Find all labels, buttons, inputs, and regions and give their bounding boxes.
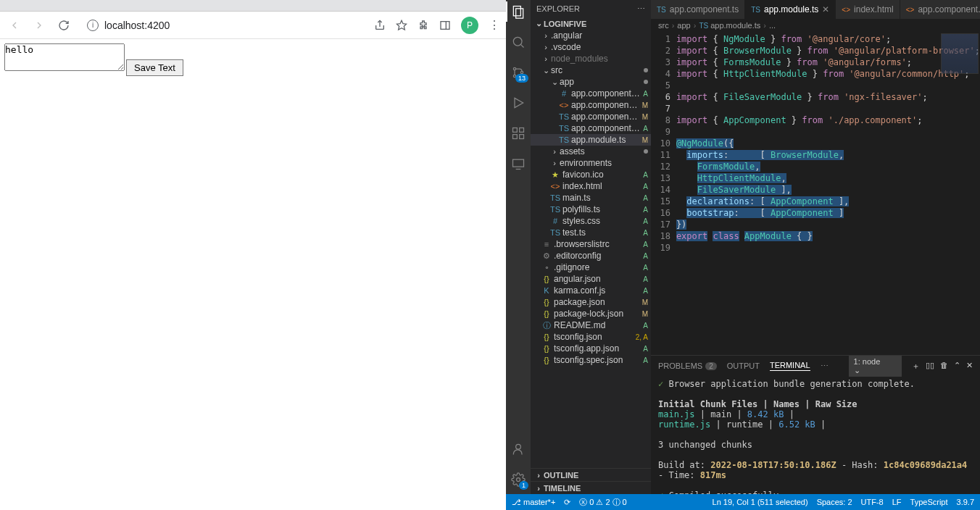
- tree-item[interactable]: ★favicon.icoA: [531, 169, 651, 180]
- terminal-tabs: PROBLEMS2 OUTPUT TERMINAL ⋯ 1: node ⌄ ＋ …: [651, 356, 980, 376]
- tree-item[interactable]: <>app.component.htmlM: [531, 99, 651, 111]
- explorer-icon[interactable]: [510, 3, 527, 20]
- tree-item[interactable]: TSmain.tsA: [531, 192, 651, 204]
- svg-rect-5: [516, 9, 523, 18]
- status-eol[interactable]: LF: [892, 498, 902, 506]
- minimap[interactable]: [941, 33, 979, 74]
- url-text: localhost:4200: [104, 20, 170, 31]
- browser-toolbar: i localhost:4200 P ⋮: [0, 12, 506, 39]
- editor-tab[interactable]: <>app.component.h: [900, 0, 980, 19]
- file-tree: ›.angular›.vscode›node_modules⌄src⌄app#a…: [531, 30, 651, 366]
- editor-tabs: TSapp.component.tsTSapp.module.ts✕<>inde…: [651, 0, 980, 19]
- tree-item[interactable]: ›assets: [531, 146, 651, 157]
- breadcrumb[interactable]: src›app›TS app.module.ts›...: [651, 19, 980, 32]
- status-encoding[interactable]: UTF-8: [861, 498, 884, 506]
- tree-item[interactable]: {}package-lock.jsonM: [531, 308, 651, 319]
- share-icon[interactable]: [374, 20, 386, 31]
- project-root[interactable]: ⌄LOGINFIVE: [531, 17, 651, 30]
- more-icon[interactable]: ⋯: [637, 4, 645, 14]
- new-terminal-icon[interactable]: ＋: [912, 361, 920, 372]
- tab-output[interactable]: OUTPUT: [727, 361, 760, 370]
- tree-item[interactable]: ›environments: [531, 157, 651, 169]
- extensions-icon[interactable]: [418, 20, 429, 31]
- tree-item[interactable]: {}tsconfig.app.jsonA: [531, 343, 651, 354]
- tree-item[interactable]: ›.vscode: [531, 41, 651, 53]
- status-language[interactable]: TypeScript: [910, 498, 948, 506]
- close-icon[interactable]: ✕: [822, 4, 829, 14]
- code-lines[interactable]: import { NgModule } from '@angular/core'…: [676, 32, 980, 355]
- svg-rect-14: [513, 135, 518, 139]
- tab-problems[interactable]: PROBLEMS2: [658, 361, 717, 370]
- reload-button[interactable]: [55, 17, 72, 34]
- tree-item[interactable]: {}angular.jsonA: [531, 273, 651, 285]
- text-input[interactable]: [4, 43, 125, 71]
- tree-item[interactable]: TSapp.component.tsM: [531, 111, 651, 122]
- split-terminal-icon[interactable]: ▯▯: [926, 361, 934, 372]
- status-diagnostics[interactable]: ⓧ 0 ⚠ 2 ⓘ 0: [579, 497, 626, 508]
- tree-item[interactable]: ›.angular: [531, 30, 651, 41]
- trash-icon[interactable]: 🗑: [940, 361, 948, 372]
- status-position[interactable]: Ln 19, Col 1 (511 selected): [713, 498, 808, 506]
- code-editor[interactable]: 12345678910111213141516171819 import { N…: [651, 32, 980, 355]
- tree-item[interactable]: ⚙.editorconfigA: [531, 250, 651, 262]
- bookmark-icon[interactable]: [396, 20, 407, 31]
- tree-item[interactable]: {}tsconfig.json2, A: [531, 331, 651, 343]
- tree-item[interactable]: ⓘREADME.mdA: [531, 319, 651, 331]
- forward-button[interactable]: [30, 17, 48, 34]
- tree-item[interactable]: #styles.cssA: [531, 215, 651, 227]
- tree-item[interactable]: TSpolyfills.tsA: [531, 204, 651, 215]
- close-panel-icon[interactable]: ✕: [966, 361, 973, 372]
- settings-icon[interactable]: 1: [510, 471, 527, 488]
- status-version[interactable]: 3.9.7: [957, 498, 974, 506]
- remote-icon[interactable]: [510, 155, 527, 172]
- account-icon[interactable]: [510, 440, 527, 458]
- status-branch[interactable]: ⎇ master*+: [512, 498, 555, 507]
- tree-item[interactable]: TSapp.component.spec.tsA: [531, 122, 651, 134]
- address-bar[interactable]: i localhost:4200: [80, 15, 367, 35]
- more-panel-icon[interactable]: ⋯: [821, 361, 829, 371]
- browser-tab-strip[interactable]: [0, 0, 506, 12]
- tree-item[interactable]: <>index.htmlA: [531, 180, 651, 192]
- save-text-button[interactable]: Save Text: [126, 59, 183, 76]
- activity-bar: 13 1: [506, 0, 531, 494]
- tree-item[interactable]: TStest.tsA: [531, 227, 651, 238]
- extensions-activity-icon[interactable]: [510, 125, 527, 142]
- tree-item[interactable]: ›node_modules: [531, 53, 651, 64]
- tree-item[interactable]: #app.component.cssA: [531, 88, 651, 99]
- svg-point-6: [513, 37, 522, 46]
- outline-section[interactable]: ›OUTLINE: [531, 468, 651, 481]
- tree-item[interactable]: TSapp.module.tsM: [531, 134, 651, 146]
- status-spaces[interactable]: Spaces: 2: [817, 498, 852, 506]
- status-sync[interactable]: ⟳: [564, 498, 570, 507]
- tree-item[interactable]: ⌄app: [531, 76, 651, 88]
- tree-item[interactable]: Kkarma.conf.jsA: [531, 285, 651, 296]
- site-info-icon[interactable]: i: [87, 20, 99, 31]
- terminal-selector[interactable]: 1: node ⌄: [849, 356, 902, 377]
- svg-line-7: [520, 44, 523, 47]
- terminal-output[interactable]: ✓ Browser application bundle generation …: [651, 376, 980, 494]
- maximize-icon[interactable]: ⌃: [954, 361, 960, 372]
- search-icon[interactable]: [510, 33, 527, 51]
- tree-item[interactable]: {}tsconfig.spec.jsonA: [531, 354, 651, 366]
- svg-rect-4: [513, 7, 520, 16]
- svg-point-18: [516, 444, 521, 449]
- project-name: LOGINFIVE: [544, 20, 586, 28]
- editor-area: TSapp.component.tsTSapp.module.ts✕<>inde…: [651, 0, 980, 494]
- tree-item[interactable]: ≡.browserslistrcA: [531, 238, 651, 250]
- gutter: 12345678910111213141516171819: [651, 32, 676, 355]
- debug-icon[interactable]: [510, 94, 527, 112]
- tab-terminal[interactable]: TERMINAL: [770, 361, 810, 371]
- tree-item[interactable]: ⌄src: [531, 64, 651, 76]
- editor-tab[interactable]: <>index.html: [836, 0, 900, 19]
- tree-item[interactable]: {}package.jsonM: [531, 296, 651, 308]
- timeline-section[interactable]: ›TIMELINE: [531, 481, 651, 494]
- menu-icon[interactable]: ⋮: [489, 18, 500, 32]
- editor-tab[interactable]: TSapp.module.ts✕: [745, 0, 836, 19]
- tree-item[interactable]: ∘.gitignoreA: [531, 262, 651, 273]
- back-button[interactable]: [6, 17, 23, 34]
- sidepanel-icon[interactable]: [439, 20, 451, 31]
- editor-tab[interactable]: TSapp.component.ts: [651, 0, 745, 19]
- sidebar: EXPLORER ⋯ ⌄LOGINFIVE ›.angular›.vscode›…: [531, 0, 651, 494]
- profile-avatar[interactable]: P: [461, 17, 478, 34]
- scm-icon[interactable]: 13: [510, 64, 527, 81]
